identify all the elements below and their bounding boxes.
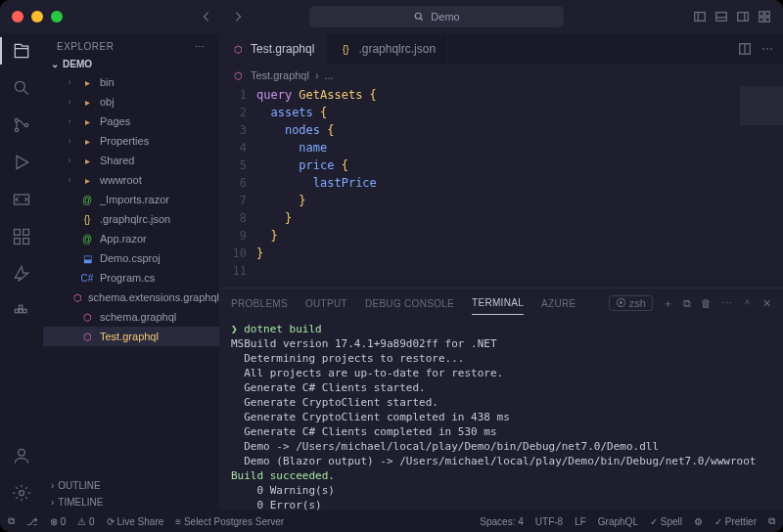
svg-point-10 (15, 128, 18, 131)
code-area[interactable]: query GetAssets { assets { nodes { name … (256, 86, 783, 288)
status-item[interactable]: ✓ Prettier (714, 516, 757, 527)
split-terminal-icon[interactable]: ⧉ (683, 297, 691, 310)
status-item[interactable]: ✓ Spell (650, 516, 682, 527)
shell-selector[interactable]: ⦿ zsh (609, 295, 653, 311)
kill-terminal-icon[interactable]: 🗑 (701, 297, 712, 309)
tree-item[interactable]: ›▸wwwroot (43, 170, 219, 190)
status-item[interactable]: ⎇ (26, 516, 38, 527)
panel-tab[interactable]: DEBUG CONSOLE (365, 292, 454, 315)
terminal[interactable]: ❯ dotnet buildMSBuild version 17.4.1+9a8… (219, 318, 783, 510)
explorer-activity[interactable] (12, 41, 31, 61)
back-icon[interactable] (200, 10, 213, 23)
status-item[interactable]: ⊗ 0 (50, 516, 66, 527)
svg-rect-15 (15, 239, 21, 244)
svg-rect-14 (23, 230, 29, 236)
panel-tab[interactable]: AZURE (541, 292, 576, 315)
tree-item[interactable]: {}.graphqlrc.json (43, 209, 219, 229)
panel-chevron-icon[interactable]: ＾ (742, 296, 753, 311)
tree-item[interactable]: ›▸bin (43, 72, 219, 92)
tree-item[interactable]: ›▸Shared (43, 151, 219, 170)
editor-tab[interactable]: ⬡Test.graphql (219, 33, 327, 65)
folder-icon: ▸ (80, 154, 94, 167)
status-item[interactable]: ⟳ Live Share (107, 516, 164, 527)
toggle-secondary-icon[interactable] (736, 10, 750, 23)
tree-item[interactable]: ⬡schema.graphql (43, 307, 219, 327)
new-terminal-icon[interactable]: ＋ (663, 296, 673, 311)
svg-point-11 (24, 123, 27, 126)
tree-item[interactable]: ›▸obj (43, 92, 219, 111)
tree-item[interactable]: @_Imports.razor (43, 190, 219, 209)
svg-point-22 (20, 491, 24, 496)
body: EXPLORER ⋯ ⌄DEMO ›▸bin›▸obj›▸Pages›▸Prop… (0, 33, 783, 510)
tree-item[interactable]: ›▸Pages (43, 111, 219, 131)
breadcrumb[interactable]: ⬡ Test.graphql › ... (219, 65, 783, 86)
file-tree: ›▸bin›▸obj›▸Pages›▸Properties›▸Shared›▸w… (43, 72, 219, 477)
panel-tab[interactable]: OUTPUT (305, 292, 347, 315)
tree-item[interactable]: @App.razor (43, 229, 219, 248)
svg-rect-7 (765, 18, 769, 22)
toggle-sidebar-icon[interactable] (693, 10, 707, 23)
panel-tabs: PROBLEMSOUTPUTDEBUG CONSOLETERMINALAZURE… (219, 288, 783, 318)
tree-item[interactable]: ⬓Demo.csproj (43, 248, 219, 268)
panel-tab[interactable]: PROBLEMS (231, 292, 288, 315)
breadcrumb-file: Test.graphql (251, 69, 309, 81)
layout-controls (693, 10, 771, 23)
minimap[interactable] (740, 86, 783, 125)
panel-more-icon[interactable]: ⋯ (721, 297, 732, 310)
command-center-label: Demo (431, 11, 459, 22)
activity-bar (0, 33, 43, 510)
tree-item[interactable]: ⬡Test.graphql (43, 327, 219, 346)
accounts-activity[interactable] (12, 446, 31, 466)
azure-activity[interactable] (12, 264, 31, 284)
svg-rect-19 (23, 309, 26, 312)
settings-activity[interactable] (12, 483, 31, 503)
status-item[interactable]: GraphQL (598, 516, 638, 527)
search-activity[interactable] (12, 78, 31, 98)
tree-item[interactable]: ⬡schema.extensions.graphql (43, 288, 219, 307)
minimize-window-button[interactable] (31, 11, 43, 22)
tree-item[interactable]: C#Program.cs (43, 268, 219, 288)
remote-activity[interactable] (12, 190, 31, 209)
forward-icon[interactable] (231, 10, 245, 23)
close-panel-icon[interactable]: ✕ (762, 297, 771, 310)
status-item[interactable]: ⚠ 0 (77, 516, 94, 527)
gql-icon: ⬡ (73, 290, 82, 304)
editor-tabs: ⬡Test.graphql{}.graphqlrc.json⋯ (219, 33, 783, 65)
status-item[interactable]: ⧉ (8, 515, 15, 527)
tree-item[interactable]: ›▸Properties (43, 131, 219, 151)
gql-icon: ⬡ (80, 330, 94, 343)
close-window-button[interactable] (12, 11, 23, 22)
panel-tab[interactable]: TERMINAL (472, 291, 524, 315)
vscode-window: Demo EXPLORER ⋯ (0, 0, 783, 532)
gutter: 1234567891011 (219, 86, 256, 288)
docker-activity[interactable] (12, 301, 31, 321)
toggle-panel-icon[interactable] (714, 10, 728, 23)
status-item[interactable]: ⚙ (694, 516, 703, 527)
timeline-section[interactable]: ›TIMELINE (43, 494, 219, 510)
status-item[interactable]: Spaces: 4 (480, 516, 523, 527)
editor-tab[interactable]: {}.graphqlrc.json (327, 33, 448, 65)
status-left: ⧉⎇⊗ 0⚠ 0⟳ Live Share≡ Select Postgres Se… (8, 515, 284, 527)
editor[interactable]: 1234567891011 query GetAssets { assets {… (219, 86, 783, 288)
sidebar-more-icon[interactable]: ⋯ (195, 41, 206, 52)
status-item[interactable]: ≡ Select Postgres Server (175, 516, 284, 527)
status-item[interactable]: LF (575, 516, 586, 527)
command-center[interactable]: Demo (309, 6, 564, 27)
source-control-activity[interactable] (12, 115, 31, 135)
status-bar: ⧉⎇⊗ 0⚠ 0⟳ Live Share≡ Select Postgres Se… (0, 510, 783, 532)
fullscreen-window-button[interactable] (51, 11, 63, 22)
tab-more-icon[interactable]: ⋯ (761, 42, 773, 56)
layout-customize-icon[interactable] (758, 10, 771, 23)
editor-group: ⬡Test.graphql{}.graphqlrc.json⋯ ⬡ Test.g… (219, 33, 783, 510)
split-editor-icon[interactable] (738, 42, 752, 56)
svg-rect-16 (23, 239, 29, 244)
folder-icon: ▸ (80, 95, 94, 109)
folder-icon: ▸ (80, 134, 94, 148)
outline-section[interactable]: ›OUTLINE (43, 477, 219, 494)
extensions-activity[interactable] (12, 227, 31, 246)
folder-root[interactable]: ⌄DEMO (43, 56, 219, 72)
status-item[interactable]: UTF-8 (535, 516, 563, 527)
folder-icon: ▸ (80, 173, 94, 187)
debug-activity[interactable] (12, 153, 31, 172)
status-item[interactable]: ⧉ (768, 515, 775, 527)
